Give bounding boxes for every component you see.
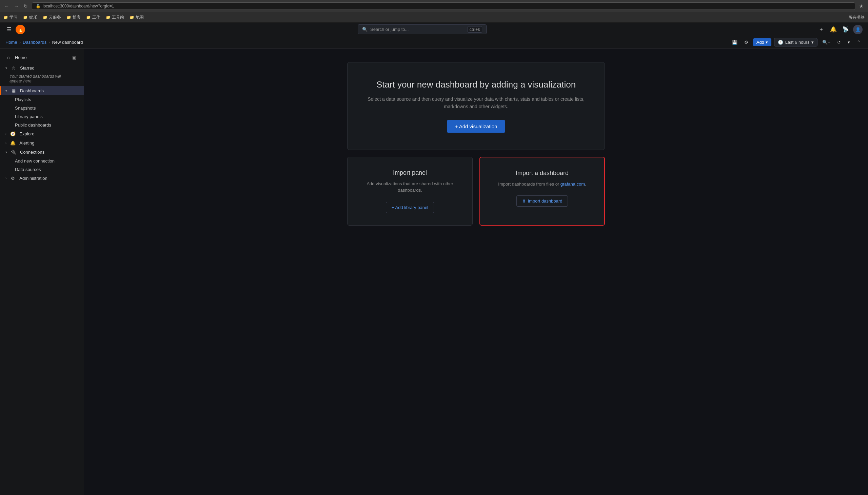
connections-icon: 🔌 — [11, 150, 17, 155]
import-panel-card: Import panel Add visualizations that are… — [347, 157, 473, 226]
folder-icon: 📁 — [23, 15, 28, 20]
bookmark-item[interactable]: 📁 学习 — [3, 15, 18, 20]
active-indicator — [0, 86, 1, 95]
add-library-panel-button[interactable]: + Add library panel — [386, 202, 434, 213]
nav-actions: ＋ 🔔 📡 👤 — [816, 25, 863, 34]
home-icon: ⌂ — [5, 55, 12, 60]
refresh-button[interactable]: ↺ — [835, 38, 843, 46]
import-panel-description: Add visualizations that are shared with … — [358, 181, 462, 194]
sidebar-item-public-dashboards[interactable]: Public dashboards — [0, 121, 84, 129]
search-icon: 🔍 — [362, 27, 368, 32]
grafana-app: ☰ 🔥 🔍 Search or jump to... ctrl+k ＋ 🔔 📡 … — [0, 23, 868, 495]
logo-text: 🔥 — [18, 27, 23, 32]
collapse-button[interactable]: ⌃ — [855, 38, 863, 46]
sidebar-item-dashboards[interactable]: ▾ ▦ Dashboards — [0, 86, 84, 95]
star-icon: ☆ — [11, 66, 17, 71]
bookmark-item[interactable]: 📁 云服务 — [43, 15, 61, 20]
sidebar-starred-label: Starred — [20, 66, 35, 71]
sidebar-item-alerting[interactable]: › 🔔 Alerting — [0, 138, 84, 148]
sidebar-administration-label: Administration — [19, 176, 47, 181]
bottom-cards: Import panel Add visualizations that are… — [347, 157, 605, 226]
search-input[interactable]: 🔍 Search or jump to... ctrl+k — [358, 24, 486, 34]
clock-icon: 🕐 — [778, 40, 783, 45]
bookmark-label: 学习 — [10, 15, 18, 20]
add-visualization-button[interactable]: + Add visualization — [447, 120, 506, 133]
sidebar-home-label: Home — [15, 55, 27, 60]
avatar[interactable]: 👤 — [853, 25, 863, 34]
add-new-connection-label: Add new connection — [15, 158, 55, 164]
chevron-right-icon: › — [5, 132, 6, 136]
sidebar-explore-label: Explore — [19, 131, 34, 136]
address-bar[interactable]: 🔒 localhost:3000/dashboard/new?orgId=1 — [32, 2, 855, 10]
sub-nav-actions: 💾 ⚙ Add ▾ 🕐 Last 6 hours ▾ 🔍− ↺ ▾ ⌃ — [730, 38, 863, 47]
settings-button[interactable]: ⚙ — [742, 38, 750, 46]
bookmark-label: 工作 — [92, 15, 100, 20]
sidebar-item-playlists[interactable]: Playlists — [0, 95, 84, 104]
public-dashboards-label: Public dashboards — [15, 122, 51, 127]
more-options-button[interactable]: ▾ — [846, 38, 852, 46]
new-item-button[interactable]: ＋ — [816, 25, 826, 34]
import-dashboard-desc-suffix: . — [585, 182, 586, 187]
bookmark-label: 云服务 — [49, 15, 61, 20]
all-bookmarks-label: 所有书签 — [848, 15, 865, 20]
chevron-down-icon3: ▾ — [5, 150, 7, 154]
chevron-down-icon2: ▾ — [811, 40, 814, 45]
explore-icon: 🧭 — [10, 131, 16, 136]
forward-button[interactable]: → — [13, 3, 20, 10]
search-placeholder: Search or jump to... — [370, 27, 409, 32]
breadcrumb-dashboards[interactable]: Dashboards — [23, 40, 47, 45]
bookmarks-bar: 📁 学习 📁 娱乐 📁 云服务 📁 博客 📁 工作 📁 工具站 📁 地图 所有 — [0, 12, 868, 22]
add-library-panel-label: + Add library panel — [392, 205, 428, 210]
grafana-logo: 🔥 — [16, 25, 25, 34]
bookmark-item[interactable]: 📁 博客 — [67, 15, 81, 20]
folder-icon: 📁 — [3, 15, 8, 20]
chevron-down-icon: ▾ — [5, 89, 7, 92]
folder-icon: 📁 — [86, 15, 91, 20]
hamburger-button[interactable]: ☰ — [5, 25, 13, 34]
bookmark-item[interactable]: 📁 工作 — [86, 15, 100, 20]
upload-icon: ⬆ — [522, 199, 526, 204]
bookmark-item[interactable]: 📁 地图 — [129, 15, 144, 20]
import-dashboard-button[interactable]: ⬆ Import dashboard — [516, 195, 568, 207]
bookmark-star-button[interactable]: ★ — [858, 3, 865, 10]
search-shortcut: ctrl+k — [467, 26, 482, 33]
bookmark-item[interactable]: 📁 娱乐 — [23, 15, 37, 20]
alerts-button[interactable]: 🔔 — [829, 25, 838, 34]
add-visualization-card: Start your new dashboard by adding a vis… — [347, 62, 605, 150]
chevron-down-icon: ▾ — [766, 40, 768, 45]
sidebar-item-data-sources[interactable]: Data sources — [0, 165, 84, 174]
sidebar-connections-label: Connections — [20, 150, 45, 155]
back-button[interactable]: ← — [3, 3, 10, 10]
bookmark-label: 博客 — [73, 15, 81, 20]
breadcrumb-current: New dashboard — [52, 40, 83, 45]
sidebar-item-starred[interactable]: ▾ ☆ Starred — [0, 64, 84, 73]
grafana-com-link[interactable]: grafana.com — [561, 182, 585, 187]
time-range-button[interactable]: 🕐 Last 6 hours ▾ — [774, 38, 818, 47]
save-button[interactable]: 💾 — [730, 38, 740, 46]
reload-button[interactable]: ↻ — [22, 3, 29, 10]
sidebar-item-explore[interactable]: › 🧭 Explore — [0, 129, 84, 138]
starred-message: Your starred dashboards will appear here — [0, 73, 84, 86]
snapshots-label: Snapshots — [15, 105, 36, 110]
breadcrumb-sep: › — [19, 40, 21, 45]
breadcrumb: Home › Dashboards › New dashboard — [5, 40, 83, 45]
sidebar-item-administration[interactable]: › ⚙ Administration — [0, 174, 84, 183]
search-bar-container: 🔍 Search or jump to... ctrl+k — [28, 24, 816, 34]
panel-toggle-button[interactable]: ▣ — [70, 53, 78, 62]
sidebar-item-snapshots[interactable]: Snapshots — [0, 104, 84, 112]
breadcrumb-home[interactable]: Home — [5, 40, 17, 45]
sidebar-item-library-panels[interactable]: Library panels — [0, 112, 84, 121]
zoom-out-button[interactable]: 🔍− — [820, 38, 832, 46]
add-panel-button[interactable]: Add ▾ — [753, 38, 772, 46]
playlists-label: Playlists — [15, 97, 31, 102]
sidebar-item-home[interactable]: ⌂ Home ▣ — [0, 51, 84, 64]
all-bookmarks[interactable]: 所有书签 — [848, 15, 865, 20]
browser-chrome: ← → ↻ 🔒 localhost:3000/dashboard/new?org… — [0, 0, 868, 23]
bookmark-item[interactable]: 📁 工具站 — [106, 15, 124, 20]
feed-button[interactable]: 📡 — [841, 25, 850, 34]
sidebar-item-add-new-connection[interactable]: Add new connection — [0, 157, 84, 165]
sidebar-item-connections[interactable]: ▾ 🔌 Connections — [0, 148, 84, 157]
lock-icon: 🔒 — [36, 4, 41, 8]
import-dashboard-title: Import a dashboard — [490, 170, 594, 177]
folder-icon: 📁 — [43, 15, 48, 20]
